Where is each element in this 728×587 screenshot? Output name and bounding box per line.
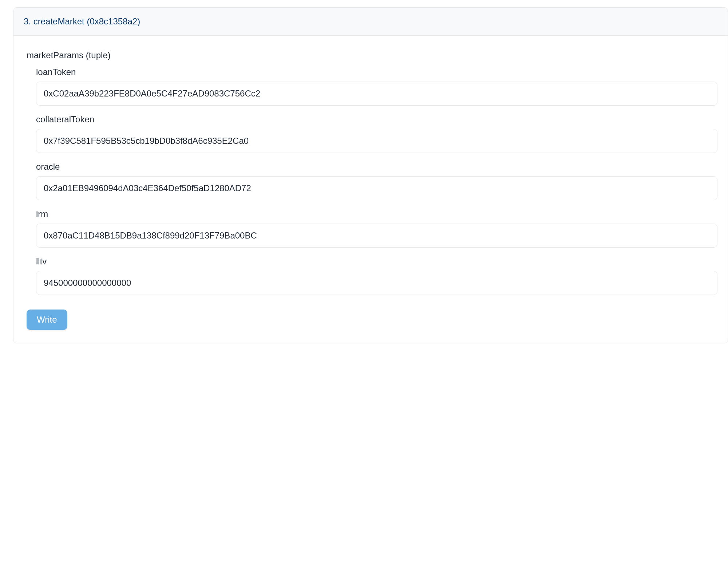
function-card: 3. createMarket (0x8c1358a2) marketParam… bbox=[13, 7, 728, 343]
field-label-irm: irm bbox=[36, 209, 717, 219]
field-label-oracle: oracle bbox=[36, 162, 717, 172]
function-body: marketParams (tuple) loanToken collatera… bbox=[13, 36, 728, 343]
input-oracle[interactable] bbox=[36, 176, 717, 200]
function-header[interactable]: 3. createMarket (0x8c1358a2) bbox=[13, 8, 728, 36]
field-lltv: lltv bbox=[36, 256, 717, 295]
write-button[interactable]: Write bbox=[27, 310, 67, 330]
field-label-collateralToken: collateralToken bbox=[36, 114, 717, 125]
input-irm[interactable] bbox=[36, 224, 717, 248]
input-loanToken[interactable] bbox=[36, 82, 717, 106]
field-label-loanToken: loanToken bbox=[36, 67, 717, 77]
field-collateralToken: collateralToken bbox=[36, 114, 717, 153]
tuple-label: marketParams (tuple) bbox=[27, 50, 717, 60]
input-lltv[interactable] bbox=[36, 271, 717, 295]
field-oracle: oracle bbox=[36, 162, 717, 200]
field-loanToken: loanToken bbox=[36, 67, 717, 106]
input-collateralToken[interactable] bbox=[36, 129, 717, 153]
field-irm: irm bbox=[36, 209, 717, 248]
field-label-lltv: lltv bbox=[36, 256, 717, 267]
